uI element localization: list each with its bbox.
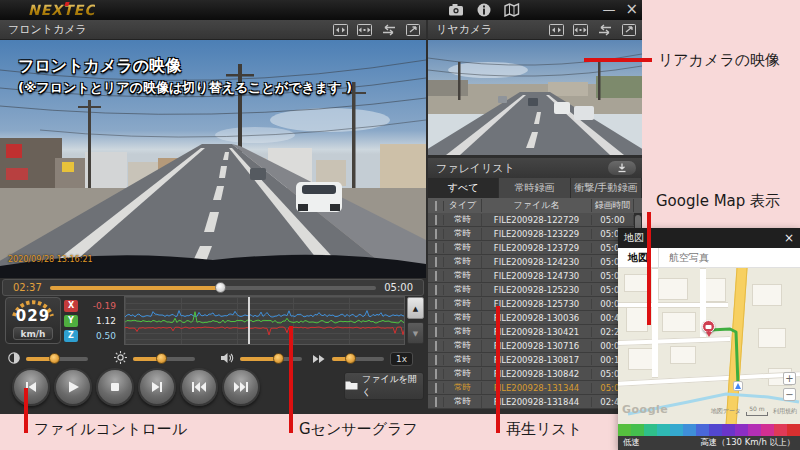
rewind-button[interactable] (180, 368, 218, 406)
adjust-sliders: 1x (0, 347, 426, 365)
table-row[interactable]: 常時FILE200928-12272905:00 (428, 213, 634, 227)
map-tab-bar: 地図 航空写真 (618, 248, 800, 268)
table-row[interactable]: 常時FILE200928-12423005:00 (428, 255, 634, 269)
row-checkbox[interactable] (428, 383, 444, 393)
download-button[interactable] (608, 161, 636, 175)
map-canvas[interactable]: + − Google 地図データ 50 m 利用規約 (618, 268, 800, 424)
map-tab-satellite[interactable]: 航空写真 (659, 248, 719, 268)
zoom-in-button[interactable]: + (783, 372, 796, 385)
table-row[interactable]: 常時FILE200928-13042102:26 (428, 325, 634, 339)
table-row[interactable]: 常時FILE200928-12573000:04 (428, 297, 634, 311)
map-toggle-icon[interactable] (504, 2, 521, 21)
forward-button[interactable] (222, 368, 260, 406)
column-duration[interactable]: 録画時間 (592, 199, 634, 212)
row-checkbox[interactable] (428, 313, 444, 323)
front-overlay-line2: (※フロントとリアの映像は切り替えることができます ) (18, 79, 352, 97)
start-position-marker[interactable] (733, 381, 743, 391)
contrast-slider[interactable] (26, 357, 88, 361)
rear-fullscreen-icon[interactable] (622, 24, 636, 36)
row-type: 常時 (444, 396, 482, 408)
column-type[interactable]: タイプ (444, 199, 482, 212)
tab-impact-manual[interactable]: 衝撃/手動録画 (571, 178, 642, 198)
open-file-button[interactable]: ファイルを開く (344, 372, 424, 400)
rear-swap-camera-icon[interactable] (597, 24, 613, 36)
tab-continuous[interactable]: 常時録画 (499, 178, 570, 198)
seek-handle[interactable] (215, 282, 226, 293)
play-button[interactable] (54, 368, 92, 406)
row-type: 常時 (444, 340, 482, 352)
row-checkbox[interactable] (428, 397, 444, 407)
table-row[interactable]: 常時FILE200928-13084205:00 (428, 367, 634, 381)
playlist-rows: 常時FILE200928-12272905:00常時FILE200928-123… (428, 213, 634, 409)
table-row[interactable]: 常時FILE200928-12473005:00 (428, 269, 634, 283)
rear-expand-view-icon[interactable] (573, 24, 588, 36)
map-window: 地図 × 地図 航空写真 (618, 228, 800, 450)
front-overlay-line1: フロントカメラの映像 (18, 56, 352, 77)
row-filename: FILE200928-124730 (482, 271, 592, 281)
front-camera-video[interactable]: フロントカメラの映像 (※フロントとリアの映像は切り替えることができます ) 2… (0, 40, 426, 278)
current-position-marker[interactable] (702, 320, 715, 333)
row-checkbox[interactable] (428, 243, 444, 253)
row-checkbox[interactable] (428, 285, 444, 295)
graph-scroll-up-button[interactable]: ▲ (407, 297, 424, 319)
speed-unit: km/h (13, 327, 53, 340)
graph-scroll-down-button[interactable]: ▼ (407, 322, 424, 344)
map-data-label[interactable]: 地図データ (711, 407, 741, 416)
capture-camera-icon[interactable] (448, 2, 464, 21)
map-scale: 50 m (746, 405, 768, 416)
playspeed-slider[interactable] (332, 357, 384, 361)
swap-camera-icon[interactable] (381, 24, 397, 36)
rear-shrink-view-icon[interactable] (549, 24, 564, 36)
map-close-button[interactable]: × (784, 231, 794, 245)
next-frame-button[interactable] (138, 368, 176, 406)
row-checkbox[interactable] (428, 341, 444, 351)
row-type: 常時 (444, 368, 482, 380)
info-icon[interactable] (477, 2, 491, 21)
row-checkbox[interactable] (428, 271, 444, 281)
row-checkbox[interactable] (428, 299, 444, 309)
row-checkbox[interactable] (428, 327, 444, 337)
tab-all[interactable]: すべて (428, 178, 499, 198)
table-row[interactable]: 常時FILE200928-12372905:00 (428, 241, 634, 255)
row-checkbox[interactable] (428, 257, 444, 267)
fullscreen-icon[interactable] (406, 24, 420, 36)
axis-y-row: Y 1.12 (64, 314, 121, 327)
row-checkbox[interactable] (428, 229, 444, 239)
table-row[interactable]: 常時FILE200928-13081700:10 (428, 353, 634, 367)
terms-link[interactable]: 利用規約 (773, 407, 797, 416)
shrink-view-icon[interactable] (333, 24, 348, 36)
brightness-icon (114, 349, 127, 368)
row-checkbox[interactable] (428, 369, 444, 379)
map-tab-map[interactable]: 地図 (618, 248, 659, 268)
axis-y-label: Y (64, 315, 78, 327)
seek-bar-row: 02:37 05:00 (2, 279, 424, 296)
row-type: 常時 (444, 270, 482, 282)
table-row[interactable]: 常時FILE200928-12523005:00 (428, 283, 634, 297)
table-row[interactable]: 常時FILE200928-13071600:01 (428, 339, 634, 353)
minimize-button[interactable]: — (602, 2, 615, 17)
table-row[interactable]: 常時FILE200928-13184402:45 (428, 395, 634, 409)
select-all-checkbox[interactable] (428, 201, 444, 211)
zoom-out-button[interactable]: − (783, 388, 796, 401)
row-checkbox[interactable] (428, 215, 444, 225)
expand-view-icon[interactable] (357, 24, 372, 36)
stop-button[interactable] (96, 368, 134, 406)
play-speed-icon (312, 349, 326, 368)
nextec-logo: NEXTEC (28, 2, 95, 18)
table-row[interactable]: 常時FILE200928-13134405:00 (428, 381, 634, 395)
brightness-slider[interactable] (133, 357, 195, 361)
column-filename[interactable]: ファイル名 (482, 199, 592, 212)
table-row[interactable]: 常時FILE200928-12322905:00 (428, 227, 634, 241)
speed-gauge: 029 km/h (5, 297, 61, 344)
rear-camera-title: リヤカメラ (436, 22, 492, 37)
callout-line-gsensor (289, 326, 293, 433)
map-zoom-controls: + − (783, 372, 796, 401)
prev-frame-button[interactable] (12, 368, 50, 406)
gsensor-graph[interactable] (124, 296, 405, 345)
seek-track[interactable] (50, 286, 376, 290)
close-button[interactable]: × (625, 0, 638, 18)
row-checkbox[interactable] (428, 355, 444, 365)
graph-cursor[interactable] (248, 297, 250, 344)
table-row[interactable]: 常時FILE200928-13003600:43 (428, 311, 634, 325)
row-type: 常時 (444, 242, 482, 254)
